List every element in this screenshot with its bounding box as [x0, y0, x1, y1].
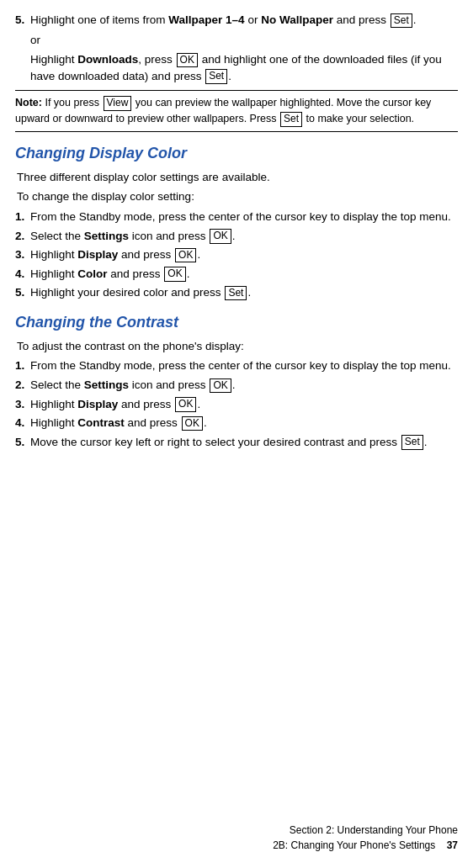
display-color-intro1: Three different display color settings a… [17, 169, 458, 186]
page-number: 37 [447, 839, 458, 851]
content-area: 5. Highlight one of items from Wallpaper… [15, 8, 458, 450]
ok-btn-dc4: OK [164, 267, 185, 282]
dc-step-2: 2. Select the Settings icon and press OK… [15, 228, 458, 245]
step-5-wallpaper: 5. Highlight one of items from Wallpaper… [15, 12, 458, 29]
footer-section: 2B: Changing Your Phone's Settings [273, 839, 435, 851]
dc-step-1: 1. From the Standby mode, press the cent… [15, 209, 458, 225]
dc-step-4-text: Highlight Color and press OK. [30, 266, 458, 283]
ct-step-1-text: From the Standby mode, press the center … [30, 357, 458, 374]
dc-step-num-5: 5. [15, 284, 30, 301]
ct-step-num-3: 3. [15, 396, 30, 413]
dc-step-5-text: Highlight your desired color and press S… [30, 284, 458, 301]
dc-step-num-3: 3. [15, 246, 30, 263]
step-5w-alt-text: Highlight Downloads, press OK and highli… [30, 51, 458, 84]
ct-step-1: 1. From the Standby mode, press the cent… [15, 357, 458, 374]
note-box: Note: If you press View you can preview … [15, 90, 458, 132]
dc-step-3: 3. Highlight Display and press OK. [15, 246, 458, 263]
ok-btn-ct3: OK [175, 397, 196, 412]
dc-step-num-2: 2. [15, 228, 30, 245]
step-num-5w: 5. [15, 12, 30, 29]
set-btn-1: Set [391, 13, 412, 29]
ok-btn-ct4: OK [182, 416, 203, 431]
ok-btn-1: OK [177, 53, 198, 68]
set-btn-2: Set [205, 69, 227, 84]
view-btn: View [104, 96, 132, 111]
ct-step-5: 5. Move the cursor key left or right to … [15, 434, 458, 451]
ct-step-num-4: 4. [15, 415, 30, 431]
ct-step-num-5: 5. [15, 434, 30, 451]
contrast-steps: 1. From the Standby mode, press the cent… [15, 357, 458, 450]
dc-step-num-1: 1. [15, 209, 30, 225]
ct-step-2-text: Select the Settings icon and press OK. [30, 377, 458, 394]
dc-step-3-text: Highlight Display and press OK. [30, 246, 458, 263]
ct-step-5-text: Move the cursor key left or right to sel… [30, 434, 458, 451]
ok-btn-ct2: OK [210, 378, 231, 394]
ct-step-3-text: Highlight Display and press OK. [30, 396, 458, 413]
contrast-intro: To adjust the contrast on the phone's di… [17, 338, 458, 355]
footer-line2: 2B: Changing Your Phone's Settings 37 [273, 838, 458, 853]
dc-step-4: 4. Highlight Color and press OK. [15, 266, 458, 283]
display-color-steps: 1. From the Standby mode, press the cent… [15, 209, 458, 301]
display-color-intro2: To change the display color setting: [17, 188, 458, 205]
ok-btn-dc3: OK [175, 248, 196, 263]
set-btn-dc5: Set [225, 286, 247, 301]
ct-step-4: 4. Highlight Contrast and press OK. [15, 415, 458, 431]
set-btn-note: Set [280, 112, 302, 127]
ct-step-4-text: Highlight Contrast and press OK. [30, 415, 458, 431]
step-5w-text: Highlight one of items from Wallpaper 1–… [30, 12, 458, 29]
dc-step-5: 5. Highlight your desired color and pres… [15, 284, 458, 301]
step-5w-alt: Highlight Downloads, press OK and highli… [15, 51, 458, 84]
ct-step-3: 3. Highlight Display and press OK. [15, 396, 458, 413]
ct-step-2: 2. Select the Settings icon and press OK… [15, 377, 458, 394]
section-contrast-heading: Changing the Contrast [15, 311, 458, 333]
dc-step-1-text: From the Standby mode, press the center … [30, 209, 458, 225]
page-footer: Section 2: Understanding Your Phone 2B: … [273, 823, 458, 853]
ct-step-num-1: 1. [15, 357, 30, 374]
ok-btn-dc2: OK [210, 229, 231, 244]
section-display-color-heading: Changing Display Color [15, 142, 458, 164]
note-label: Note: [15, 97, 42, 108]
ct-step-num-2: 2. [15, 377, 30, 394]
or-text: or [30, 32, 458, 49]
dc-step-num-4: 4. [15, 266, 30, 283]
set-btn-ct5: Set [401, 435, 423, 450]
footer-line1: Section 2: Understanding Your Phone [273, 823, 458, 838]
dc-step-2-text: Select the Settings icon and press OK. [30, 228, 458, 245]
